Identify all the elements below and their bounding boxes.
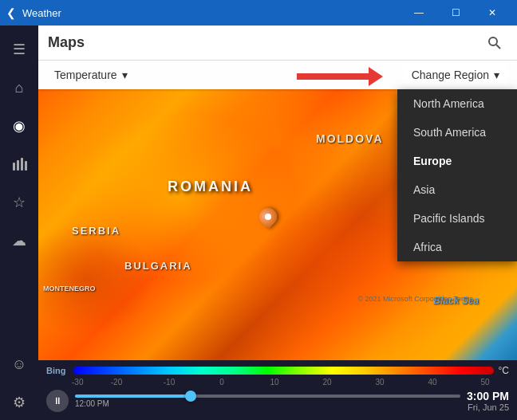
- svg-rect-2: [21, 158, 23, 171]
- region-dropdown-menu: North America South America Europe Asia …: [397, 89, 517, 261]
- playback-controls: ⏸ 12:00 PM 3:00 PM Fri, Jun 25: [46, 390, 509, 412]
- search-button[interactable]: [482, 30, 507, 56]
- temperature-dropdown[interactable]: Temperature ▾: [48, 65, 134, 84]
- sidebar-icon-menu[interactable]: ☰: [2, 32, 37, 67]
- region-item-south-america[interactable]: South America: [397, 118, 517, 147]
- time-start-label: 12:00 PM: [75, 399, 109, 408]
- map-toolbar-wrapper: Temperature ▾ Change Region ▾ North Amer…: [38, 61, 517, 89]
- svg-line-5: [496, 45, 500, 49]
- current-date-value: Fri, Jun 25: [467, 402, 509, 412]
- copyright-text: © 2021 Microsoft Corporation Terms: [357, 295, 473, 303]
- play-pause-icon: ⏸: [53, 395, 62, 406]
- titlebar: ❮ Weather — ☐ ✕: [0, 0, 517, 26]
- play-pause-button[interactable]: ⏸: [46, 390, 69, 412]
- current-time-display: 3:00 PM Fri, Jun 25: [467, 390, 509, 412]
- slider-thumb[interactable]: [185, 391, 196, 402]
- region-item-africa[interactable]: Africa: [397, 233, 517, 261]
- app-title: Weather: [22, 7, 401, 19]
- sidebar-icon-location[interactable]: ◉: [2, 108, 37, 143]
- sidebar-icon-weather[interactable]: ☁: [2, 223, 37, 258]
- svg-point-4: [489, 37, 497, 45]
- current-time-value: 3:00 PM: [467, 390, 509, 402]
- bottom-bar: Bing °C © 2021 Microsoft Corporation Ter…: [38, 360, 517, 420]
- svg-rect-3: [25, 161, 27, 171]
- svg-rect-0: [13, 163, 15, 171]
- main-content: Maps Temperature ▾: [38, 26, 517, 420]
- region-item-europe[interactable]: Europe: [397, 147, 517, 175]
- bing-logo: Bing: [46, 366, 65, 375]
- app-container: ☰ ⌂ ◉ ☆ ☁ ☺ ⚙ Maps: [0, 26, 517, 420]
- time-labels: 12:00 PM: [75, 399, 460, 408]
- minimize-button[interactable]: —: [401, 0, 437, 26]
- temperature-unit: °C: [499, 365, 509, 376]
- maximize-button[interactable]: ☐: [437, 0, 474, 26]
- sidebar-icon-face[interactable]: ☺: [2, 347, 37, 382]
- sidebar-icon-home[interactable]: ⌂: [2, 70, 37, 105]
- map-location-pin: [259, 208, 277, 230]
- temperature-scale: [73, 367, 493, 375]
- region-item-pacific-islands[interactable]: Pacific Islands: [397, 204, 517, 233]
- back-button[interactable]: ❮: [6, 6, 16, 19]
- slider-fill: [75, 394, 191, 398]
- sidebar-icon-settings[interactable]: ⚙: [2, 385, 37, 420]
- sidebar-icon-favorites[interactable]: ☆: [2, 185, 37, 220]
- change-region-button[interactable]: Change Region ▾: [404, 65, 507, 84]
- sidebar: ☰ ⌂ ◉ ☆ ☁ ☺ ⚙: [0, 26, 38, 420]
- sidebar-icon-charts[interactable]: [2, 147, 37, 182]
- time-slider[interactable]: 12:00 PM: [75, 394, 460, 408]
- temperature-label: Temperature: [54, 69, 117, 81]
- slider-track[interactable]: [75, 394, 460, 398]
- temperature-dropdown-icon: ▾: [122, 69, 128, 81]
- change-region-icon: ▾: [494, 69, 499, 81]
- region-item-north-america[interactable]: North America: [397, 89, 517, 118]
- map-toolbar: Temperature ▾ Change Region ▾: [38, 61, 517, 89]
- window-controls: — ☐ ✕: [401, 0, 511, 26]
- region-item-asia[interactable]: Asia: [397, 175, 517, 204]
- close-button[interactable]: ✕: [474, 0, 511, 26]
- page-title: Maps: [48, 34, 482, 51]
- region-arrow-indicator: [297, 67, 383, 86]
- svg-rect-1: [17, 160, 19, 171]
- change-region-label: Change Region: [412, 69, 489, 81]
- topbar: Maps: [38, 26, 517, 61]
